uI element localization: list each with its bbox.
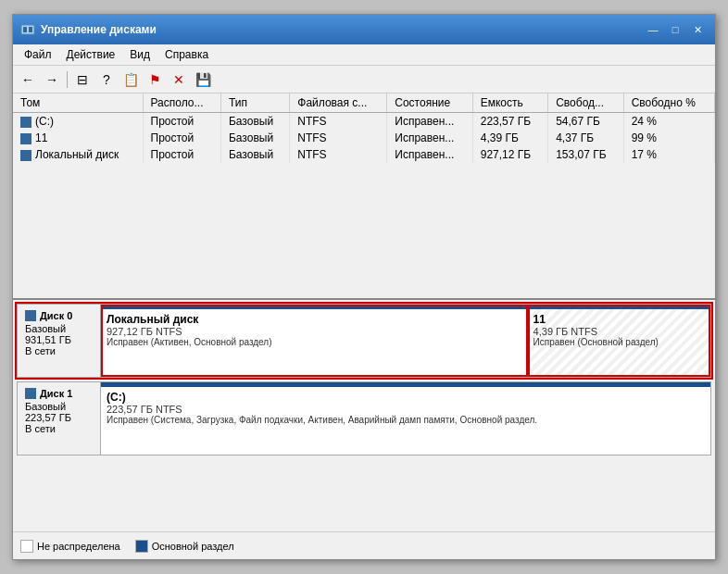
save-button[interactable]: 💾	[192, 69, 214, 90]
title-bar: Управление дисками — □ ✕	[13, 15, 715, 44]
menu-item-файл[interactable]: Файл	[17, 46, 59, 63]
disk-color-icon	[25, 310, 36, 321]
col-header[interactable]: Состояние	[387, 94, 472, 113]
menu-item-действие[interactable]: Действие	[59, 46, 123, 63]
table-cell: 11	[13, 130, 143, 146]
disk-status: В сети	[25, 345, 93, 356]
partition[interactable]: (C:) 223,57 ГБ NTFS Исправен (Система, З…	[101, 382, 710, 455]
table-cell: 17 %	[623, 146, 714, 163]
disk-type: Базовый	[25, 323, 93, 334]
disk-size: 931,51 ГБ	[25, 334, 93, 345]
main-window: Управление дисками — □ ✕ ФайлДействиеВид…	[12, 14, 716, 560]
table-cell: Базовый	[220, 113, 289, 131]
table-cell: Исправен...	[387, 146, 472, 163]
disk-row: Диск 1 Базовый 223,57 ГБ В сети (C:) 223…	[17, 381, 711, 455]
legend-box-primary	[135, 540, 148, 553]
col-header[interactable]: Свободно %	[623, 94, 714, 113]
table-row[interactable]: 11ПростойБазовыйNTFSИсправен...4,39 ГБ4,…	[13, 130, 715, 146]
table-cell: 153,07 ГБ	[548, 146, 623, 163]
partition[interactable]: 11 4,39 ГБ NTFS Исправен (Основной разде…	[528, 305, 710, 377]
disk-table-panel: ТомРасполо...ТипФайловая с...СостояниеЕм…	[13, 94, 715, 300]
partition-size: 223,57 ГБ NTFS	[107, 404, 705, 415]
disk-label: Диск 1 Базовый 223,57 ГБ В сети	[18, 382, 101, 455]
flag-button[interactable]: ⚑	[144, 69, 166, 90]
col-header[interactable]: Емкость	[472, 94, 547, 113]
content-area: ТомРасполо...ТипФайловая с...СостояниеЕм…	[13, 94, 715, 559]
table-cell: NTFS	[290, 113, 387, 131]
help-button[interactable]: ?	[95, 69, 118, 90]
table-header-row: ТомРасполо...ТипФайловая с...СостояниеЕм…	[13, 94, 715, 113]
table-cell: Локальный диск	[13, 146, 143, 163]
disk-icon	[20, 117, 31, 128]
legend-bar: Не распределена Основной раздел	[13, 531, 715, 559]
toolbar-sep-1	[67, 71, 68, 88]
table-cell: Исправен...	[387, 113, 472, 131]
disk-icon	[20, 133, 31, 144]
col-header[interactable]: Том	[13, 94, 143, 113]
table-cell: 4,39 ГБ	[472, 130, 547, 146]
legend-primary: Основной раздел	[135, 540, 234, 553]
partition-name: Локальный диск	[107, 313, 521, 326]
table-cell: Базовый	[220, 130, 289, 146]
table-cell: 24 %	[623, 113, 714, 131]
delete-button[interactable]: ✕	[168, 69, 190, 90]
minimize-button[interactable]: —	[643, 20, 663, 39]
table-row[interactable]: (C:)ПростойБазовыйNTFSИсправен...223,57 …	[13, 113, 715, 131]
table-cell: Простой	[143, 113, 220, 131]
app-icon	[20, 22, 35, 37]
col-header[interactable]: Файловая с...	[290, 94, 387, 113]
table-row[interactable]: Локальный дискПростойБазовыйNTFSИсправен…	[13, 146, 715, 163]
disk-visual-panel: Диск 0 Базовый 931,51 ГБ В сети Локальны…	[13, 300, 715, 531]
partition-status: Исправен (Активен, Основной раздел)	[107, 337, 521, 347]
partition-name: (C:)	[107, 391, 705, 404]
disk-label-icon: Диск 1	[25, 388, 93, 399]
disk-label-icon: Диск 0	[25, 310, 93, 321]
partition-status: Исправен (Основной раздел)	[533, 337, 705, 347]
menu-bar: ФайлДействиеВидСправка	[13, 44, 715, 66]
menu-item-справка[interactable]: Справка	[157, 46, 216, 63]
close-button[interactable]: ✕	[687, 20, 708, 39]
partition-status: Исправен (Система, Загрузка, Файл подкач…	[107, 415, 705, 425]
title-controls: — □ ✕	[643, 20, 708, 39]
svg-rect-2	[29, 27, 32, 32]
table-cell: (C:)	[13, 113, 143, 131]
title-bar-left: Управление дисками	[20, 22, 157, 37]
disk-color-icon	[25, 388, 36, 399]
toolbar: ← → ⊟ ? 📋 ⚑ ✕ 💾	[13, 66, 715, 94]
list-button[interactable]: ⊟	[71, 69, 94, 90]
table-cell: 99 %	[623, 130, 714, 146]
forward-button[interactable]: →	[41, 69, 63, 90]
table-cell: NTFS	[290, 130, 387, 146]
table-cell: 927,12 ГБ	[472, 146, 547, 163]
disk-table: ТомРасполо...ТипФайловая с...СостояниеЕм…	[13, 94, 715, 163]
disk-name: Диск 1	[40, 388, 72, 399]
legend-box-unallocated	[20, 540, 33, 553]
maximize-button[interactable]: □	[665, 20, 685, 39]
back-button[interactable]: ←	[17, 69, 39, 90]
col-header[interactable]: Тип	[220, 94, 289, 113]
svg-rect-1	[23, 27, 27, 32]
partition[interactable]: Локальный диск 927,12 ГБ NTFS Исправен (…	[101, 305, 528, 377]
table-cell: 4,37 ГБ	[548, 130, 623, 146]
table-cell: 54,67 ГБ	[548, 113, 623, 131]
legend-label-unallocated: Не распределена	[37, 541, 120, 552]
partition-size: 4,39 ГБ NTFS	[533, 326, 705, 337]
partition-size: 927,12 ГБ NTFS	[107, 326, 521, 337]
partition-name: 11	[533, 313, 705, 326]
col-header[interactable]: Располо...	[143, 94, 220, 113]
col-header[interactable]: Свобод...	[548, 94, 623, 113]
disk-status: В сети	[25, 423, 93, 434]
window-title: Управление дисками	[41, 23, 157, 36]
legend-unallocated: Не распределена	[20, 540, 120, 553]
disk-label: Диск 0 Базовый 931,51 ГБ В сети	[18, 305, 101, 377]
disk-type: Базовый	[25, 401, 93, 412]
disk-name: Диск 0	[40, 310, 72, 321]
table-cell: NTFS	[290, 146, 387, 163]
disk-partitions: Локальный диск 927,12 ГБ NTFS Исправен (…	[101, 305, 710, 377]
disk-row: Диск 0 Базовый 931,51 ГБ В сети Локальны…	[17, 304, 711, 378]
disk-icon	[20, 150, 31, 161]
menu-item-вид[interactable]: Вид	[122, 46, 157, 63]
doc-button[interactable]: 📋	[119, 69, 142, 90]
table-cell: Исправен...	[387, 130, 472, 146]
disk-size: 223,57 ГБ	[25, 412, 93, 423]
